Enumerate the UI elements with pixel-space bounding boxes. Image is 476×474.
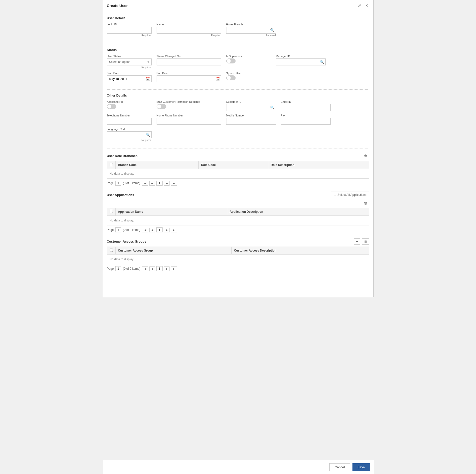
fax-input[interactable] xyxy=(281,118,331,125)
close-button[interactable]: ✕ xyxy=(364,3,369,8)
user-role-branches-tbody: No data to display. xyxy=(107,169,369,179)
home-branch-input-wrapper: 🔍 xyxy=(226,27,276,34)
language-code-input[interactable] xyxy=(107,131,152,138)
customer-access-select-all-checkbox[interactable] xyxy=(110,249,113,252)
user-applications-header-right: ⊞ Select All Applications xyxy=(331,192,369,198)
language-code-label: Language Code xyxy=(107,128,152,131)
user-role-next-page-button[interactable]: ▶ xyxy=(164,181,170,186)
staff-restriction-label: Staff Customer Restriction Required xyxy=(157,100,221,103)
manager-id-search-icon[interactable]: 🔍 xyxy=(320,60,324,64)
customer-id-group: Customer ID 🔍 xyxy=(226,100,276,111)
is-supervisor-label: Is Supervisor xyxy=(226,55,271,58)
login-id-required: Required xyxy=(107,34,152,37)
end-date-label: End Date xyxy=(157,72,221,75)
user-apps-first-page-button[interactable]: |◀ xyxy=(142,228,148,232)
user-applications-table-actions: + 🗑 xyxy=(107,200,369,206)
access-to-pii-toggle[interactable] xyxy=(107,104,116,109)
user-status-select[interactable]: Select an option xyxy=(107,58,152,65)
user-role-branches-title: User Role Branches xyxy=(107,154,138,158)
start-date-calendar-icon[interactable]: 📅 xyxy=(146,77,150,81)
home-branch-search-icon[interactable]: 🔍 xyxy=(270,28,274,32)
other-details-row-1: Access to PII Staff Customer Restriction… xyxy=(107,100,369,111)
staff-restriction-toggle[interactable] xyxy=(157,104,166,109)
user-role-no-data: No data to display. xyxy=(107,169,369,179)
manager-id-input[interactable] xyxy=(276,58,326,65)
customer-access-items-info: (0 of 0 items) xyxy=(123,267,140,270)
end-date-input[interactable] xyxy=(157,75,221,82)
role-description-col: Role Description xyxy=(268,161,369,169)
user-role-first-page-button[interactable]: |◀ xyxy=(142,181,148,186)
login-id-input[interactable] xyxy=(107,27,152,34)
other-details-row-2: Telephone Number Home Phone Number Mobil… xyxy=(107,114,369,125)
status-changed-on-group: Status Changed On xyxy=(157,55,221,69)
user-apps-select-all-checkbox[interactable] xyxy=(110,210,113,213)
user-role-branches-header: User Role Branches + 🗑 xyxy=(107,153,369,159)
user-role-delete-button[interactable]: 🗑 xyxy=(362,153,369,159)
customer-access-last-page-button[interactable]: ▶| xyxy=(171,266,177,271)
customer-access-select-all-cell xyxy=(107,247,115,255)
customer-access-current-page: 1 xyxy=(156,266,163,271)
user-role-page-label: Page xyxy=(107,181,114,185)
customer-access-no-data-row: No data to display. xyxy=(107,255,369,264)
customer-id-input[interactable] xyxy=(226,104,276,111)
language-code-search-icon[interactable]: 🔍 xyxy=(146,133,150,137)
user-role-prev-page-button[interactable]: ◀ xyxy=(149,181,155,186)
extra-space xyxy=(281,23,369,37)
user-status-wrapper: Select an option ▼ xyxy=(107,58,152,65)
user-applications-add-button[interactable]: + xyxy=(354,200,360,206)
name-input[interactable] xyxy=(157,27,221,34)
user-role-pagination: Page 1 (0 of 0 items) |◀ ◀ 1 ▶ ▶| xyxy=(107,181,369,186)
end-date-calendar-icon[interactable]: 📅 xyxy=(216,77,220,81)
user-applications-thead: Application Name Application Description xyxy=(107,208,369,216)
user-role-last-page-button[interactable]: ▶| xyxy=(171,181,177,186)
user-apps-pagination: Page 1 (0 of 0 items) |◀ ◀ 1 ▶ ▶| xyxy=(107,227,369,232)
customer-access-page-num: 1 xyxy=(115,266,122,271)
name-required: Required xyxy=(157,34,221,37)
start-date-label: Start Date xyxy=(107,72,152,75)
customer-access-group-col: Customer Access Group xyxy=(115,247,231,255)
user-apps-next-page-button[interactable]: ▶ xyxy=(164,228,170,232)
name-label: Name xyxy=(157,23,221,26)
customer-access-groups-section: Customer Access Groups + 🗑 Customer Acce… xyxy=(107,238,369,271)
customer-access-prev-page-button[interactable]: ◀ xyxy=(149,266,155,271)
customer-id-search-icon[interactable]: 🔍 xyxy=(270,105,274,109)
status-section: Status User Status Select an option ▼ Re… xyxy=(107,48,369,90)
modal-body: User Details Login ID Required Name Requ… xyxy=(103,11,373,297)
user-apps-select-all-cell xyxy=(107,208,115,216)
start-date-input[interactable] xyxy=(107,75,152,82)
user-details-title: User Details xyxy=(107,16,369,20)
email-id-input[interactable] xyxy=(281,104,331,111)
home-branch-input[interactable] xyxy=(226,27,276,34)
customer-access-groups-thead: Customer Access Group Customer Access De… xyxy=(107,247,369,255)
home-phone-input[interactable] xyxy=(157,118,221,125)
manager-id-wrapper: 🔍 xyxy=(276,58,326,65)
language-code-group: Language Code 🔍 Required xyxy=(107,128,152,142)
user-apps-current-page: 1 xyxy=(156,227,163,232)
user-role-add-button[interactable]: + xyxy=(354,153,360,159)
telephone-input[interactable] xyxy=(107,118,152,125)
customer-access-pagination: Page 1 (0 of 0 items) |◀ ◀ 1 ▶ ▶| xyxy=(107,266,369,271)
user-apps-last-page-button[interactable]: ▶| xyxy=(171,228,177,232)
select-all-applications-label: Select All Applications xyxy=(338,193,367,197)
branch-code-col: Branch Code xyxy=(115,161,198,169)
user-applications-delete-button[interactable]: 🗑 xyxy=(362,200,369,206)
user-apps-no-data-row: No data to display. xyxy=(107,216,369,225)
customer-access-page-label: Page xyxy=(107,267,114,270)
customer-access-delete-button[interactable]: 🗑 xyxy=(362,238,369,245)
user-apps-page-label: Page xyxy=(107,228,114,232)
system-user-toggle[interactable] xyxy=(226,75,236,80)
is-supervisor-toggle[interactable] xyxy=(226,58,236,63)
fax-group: Fax xyxy=(281,114,331,125)
header-icons: ⤢ ✕ xyxy=(357,3,369,8)
user-applications-tbody: No data to display. xyxy=(107,216,369,225)
status-changed-on-input[interactable] xyxy=(157,58,221,65)
select-all-applications-button[interactable]: ⊞ Select All Applications xyxy=(331,192,369,198)
customer-access-groups-title: Customer Access Groups xyxy=(107,240,146,243)
resize-button[interactable]: ⤢ xyxy=(357,3,362,8)
customer-access-next-page-button[interactable]: ▶ xyxy=(164,266,170,271)
user-role-select-all-checkbox[interactable] xyxy=(110,163,113,166)
user-apps-prev-page-button[interactable]: ◀ xyxy=(149,228,155,232)
customer-access-first-page-button[interactable]: |◀ xyxy=(142,266,148,271)
mobile-input[interactable] xyxy=(226,118,276,125)
customer-access-add-button[interactable]: + xyxy=(354,238,360,245)
